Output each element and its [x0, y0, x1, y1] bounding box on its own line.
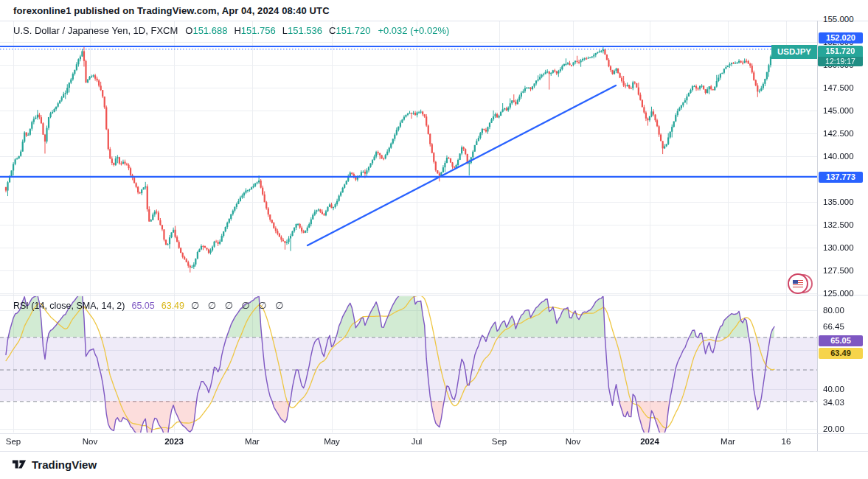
axis-value-badge: 63.49 [819, 348, 863, 359]
us-flag-icon [788, 273, 808, 294]
rsi-empty-inputs: ∅∅∅∅∅∅ [191, 300, 284, 311]
time-axis-label: Jul [412, 437, 423, 446]
change-value: +0.032 (+0.02%) [378, 25, 449, 36]
footer-divider [0, 451, 868, 452]
time-axis-divider [0, 433, 868, 434]
rsi-axis-label: 80.00 [823, 305, 866, 315]
ohlc-number: 151.536 [288, 25, 322, 36]
empty-input-icon: ∅ [242, 300, 251, 311]
time-axis-label: 2023 [164, 437, 184, 446]
footer-logo[interactable]: TradingView [12, 457, 97, 472]
ohlc-label: H [234, 25, 240, 36]
time-axis-label: Mar [245, 437, 260, 446]
price-axis-label: 127.500 [823, 265, 866, 276]
ohlc-number: 151.688 [192, 25, 227, 36]
axis-value-badge: 152.020 [819, 32, 863, 43]
symbol-legend[interactable]: U.S. Dollar / Japanese Yen, 1D, FXCM O15… [13, 25, 449, 36]
price-axis-label: 147.500 [823, 83, 866, 93]
symbol-price-label: USDJPY [771, 45, 817, 59]
ohlc-number: 151.720 [336, 25, 370, 36]
time-axis-label: Nov [566, 437, 580, 446]
ohlc-number: 151.756 [241, 25, 276, 36]
price-scale-divider[interactable] [817, 21, 818, 451]
empty-input-icon: ∅ [191, 300, 200, 311]
price-axis-label: 145.000 [823, 105, 866, 116]
time-axis-label: Mar [721, 437, 735, 446]
price-axis-label: 155.000 [823, 14, 866, 24]
publish-byline: forexonline1 published on TradingView.co… [13, 5, 330, 16]
last-price-badge: 151.720 12:19:17 [818, 46, 863, 66]
bar-countdown: 12:19:17 [818, 57, 863, 66]
rsi-axis-label: 40.00 [823, 384, 866, 394]
ohlc-item: O151.688 [185, 25, 227, 36]
tradingview-logo-text: TradingView [32, 458, 97, 471]
rsi-sma-value: 63.49 [162, 301, 184, 311]
ohlc-label: L [282, 25, 288, 36]
time-axis-label: Sep [6, 437, 21, 446]
time-axis-label: May [324, 437, 340, 446]
pane-divider[interactable] [0, 295, 868, 296]
ohlc-item: L151.536 [282, 25, 322, 36]
price-axis-label: 140.000 [823, 151, 866, 161]
empty-input-icon: ∅ [208, 300, 217, 311]
ohlc-label: O [185, 25, 192, 36]
rsi-legend[interactable]: RSI (14, close, SMA, 14, 2) 65.05 63.49 … [13, 300, 284, 311]
ohlc-item: C151.720 [329, 25, 370, 36]
tradingview-logo-icon [12, 457, 27, 472]
time-axis-label: 16 [782, 437, 791, 446]
empty-input-icon: ∅ [258, 300, 267, 311]
time-axis-label: 2024 [640, 437, 659, 446]
rsi-axis-label: 66.45 [823, 321, 866, 332]
chart-canvas[interactable] [0, 21, 817, 451]
price-axis-label: 132.500 [823, 220, 866, 230]
ohlc-values: O151.688H151.756L151.536C151.720 [185, 25, 370, 36]
axis-value-badge: 137.773 [819, 172, 863, 183]
rsi-axis-label: 20.00 [823, 424, 866, 434]
last-price-value: 151.720 [818, 46, 863, 57]
ohlc-label: C [329, 25, 336, 36]
empty-input-icon: ∅ [275, 300, 284, 311]
price-axis-label: 130.000 [823, 242, 866, 253]
price-axis-label: 142.500 [823, 128, 866, 139]
rsi-axis-label: 34.03 [823, 397, 866, 408]
rsi-title: RSI (14, close, SMA, 14, 2) [13, 301, 125, 311]
symbol-title: U.S. Dollar / Japanese Yen, 1D, FXCM [13, 25, 178, 36]
rsi-value: 65.05 [131, 301, 154, 311]
time-axis-label: Sep [492, 437, 507, 446]
empty-input-icon: ∅ [225, 300, 234, 311]
axis-value-badge: 65.05 [819, 335, 863, 346]
price-axis-label: 135.000 [823, 197, 866, 207]
price-axis-label: 125.000 [823, 288, 866, 298]
tradingview-snapshot: forexonline1 published on TradingView.co… [0, 0, 868, 479]
ohlc-item: H151.756 [234, 25, 275, 36]
time-axis-label: Nov [83, 437, 97, 446]
